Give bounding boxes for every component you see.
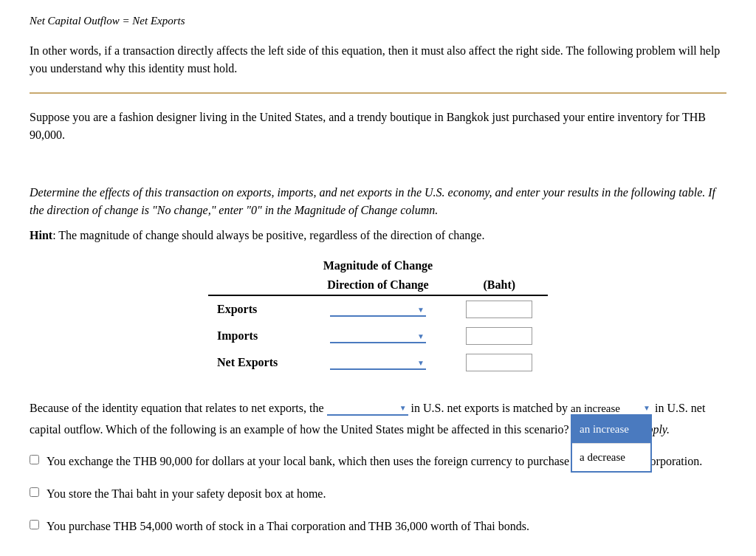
row-magnitude-1[interactable] [451, 323, 548, 349]
magnitude-input-exports[interactable] [466, 301, 532, 318]
intro-paragraph: In other words, if a transaction directl… [30, 42, 726, 78]
magnitude-header: Magnitude of Change [323, 259, 433, 272]
identity-sentence: Because of the identity equation that re… [30, 398, 726, 441]
row-label-net-exports: Net Exports [208, 349, 305, 376]
list-item: You store the Thai baht in your safety d… [30, 485, 726, 503]
scenario-text: Suppose you are a fashion designer livin… [30, 109, 726, 144]
row-direction-0[interactable]: an increasea decreaseNo change [305, 295, 450, 323]
row-direction-2[interactable]: an increasea decreaseNo change [305, 349, 450, 376]
direction-dropdown-imports[interactable]: an increasea decreaseNo change [330, 330, 426, 343]
identity-part2: in U.S. net exports is matched by [411, 402, 568, 414]
directions-text: Determine the effects of this transactio… [30, 184, 726, 219]
net-exports-change-dropdown-wrapper: an increase a decrease No change [327, 398, 408, 419]
net-exports-change-dropdown[interactable]: an increase a decrease No change [327, 402, 408, 416]
dropdown-popup[interactable]: an increase a decrease [571, 414, 652, 473]
table-row: Importsan increasea decreaseNo change [208, 323, 548, 349]
identity-part1: Because of the identity equation that re… [30, 402, 324, 414]
equation-text: Net Capital Outflow = Net Exports [30, 15, 185, 27]
popup-item-increase[interactable]: an increase [572, 416, 650, 444]
hint-label: Hint [30, 229, 52, 241]
equation-line: Net Capital Outflow = Net Exports [30, 15, 726, 27]
direction-header: Direction of Change [305, 275, 450, 295]
row-label-imports: Imports [208, 323, 305, 349]
effects-table: Direction of Change (Baht) Exportsan inc… [208, 275, 548, 376]
table-row: Exportsan increasea decreaseNo change [208, 295, 548, 323]
option-checkbox-0[interactable] [30, 455, 39, 464]
net-capital-dropdown-wrapper: an increase a decrease an increase a dec… [571, 398, 652, 419]
option-text-2: You purchase THB 54,000 worth of stock i… [47, 518, 529, 535]
section-divider [30, 92, 726, 94]
row-magnitude-2[interactable] [451, 349, 548, 376]
magnitude-input-net-exports[interactable] [466, 354, 532, 371]
col1-header [208, 275, 305, 295]
effects-table-section: Magnitude of Change Direction of Change … [30, 259, 726, 376]
option-checkbox-1[interactable] [30, 487, 39, 497]
magnitude-input-imports[interactable] [466, 327, 532, 345]
table-row: Net Exportsan increasea decreaseNo chang… [208, 349, 548, 376]
row-magnitude-0[interactable] [451, 295, 548, 323]
option-checkbox-2[interactable] [30, 520, 39, 529]
hint-text: Hint: The magnitude of change should alw… [30, 227, 726, 244]
direction-dropdown-net-exports[interactable]: an increasea decreaseNo change [330, 357, 426, 370]
option-text-1: You store the Thai baht in your safety d… [47, 485, 326, 503]
popup-item-decrease[interactable]: a decrease [572, 444, 650, 471]
direction-dropdown-exports[interactable]: an increasea decreaseNo change [330, 303, 426, 317]
row-direction-1[interactable]: an increasea decreaseNo change [305, 323, 450, 349]
row-label-exports: Exports [208, 295, 305, 323]
list-item: You purchase THB 54,000 worth of stock i… [30, 518, 726, 535]
magnitude-col-header: (Baht) [451, 275, 548, 295]
